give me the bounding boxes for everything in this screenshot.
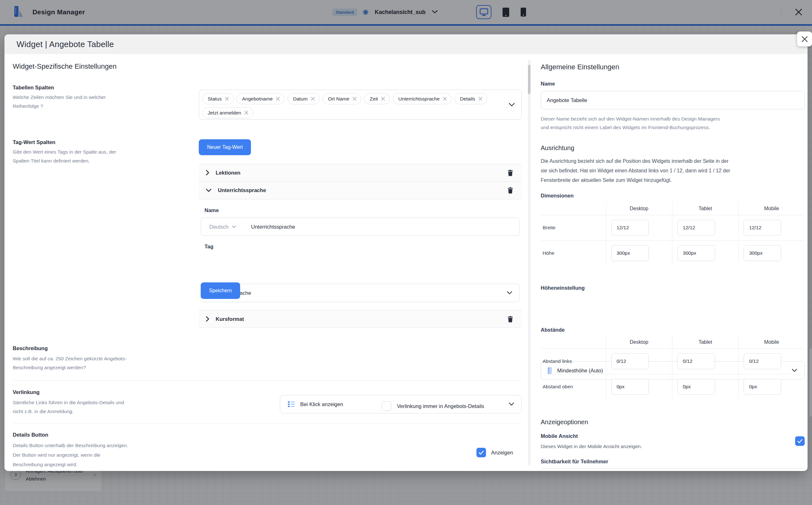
chevron-right-icon — [206, 170, 209, 176]
right-section-heading: Allgemeine Einstellungen — [541, 63, 619, 71]
verlinkung-description: Sämtliche Links führen in die Angebots-D… — [13, 398, 124, 416]
accordion-item-unterrichtssprache[interactable]: Unterrichtssprache — [199, 182, 522, 199]
modal-close-button[interactable] — [797, 31, 812, 46]
accordion-item-lektionen[interactable]: Lektionen — [199, 164, 522, 182]
neuer-tag-wert-button[interactable]: Neuer Tag-Wert — [199, 139, 251, 155]
abstaende-label: Abstände — [541, 327, 564, 333]
row-label-abstand-oben: Abstand oben — [541, 374, 606, 399]
remove-icon[interactable] — [352, 97, 356, 101]
chip-details[interactable]: Details — [455, 93, 487, 104]
left-section-heading: Widget-Spezifische Einstellungen — [13, 62, 117, 70]
details-button-description: Details Button unterhalb der Beschreibun… — [13, 441, 128, 469]
verlinkung-checkbox[interactable] — [382, 401, 391, 411]
page-scrollbar-thumb[interactable] — [809, 348, 812, 416]
chip-zeit[interactable]: Zeit — [364, 93, 390, 104]
language-select[interactable]: Deutsch — [201, 224, 236, 230]
tag-column-name-input[interactable] — [246, 218, 519, 236]
mobile-ansicht-label: Mobile Ansicht — [541, 433, 578, 439]
breite-mobile-input[interactable] — [744, 220, 781, 236]
dimensionen-label: Dimensionen — [541, 193, 574, 199]
delete-kursformat-button[interactable] — [506, 315, 515, 324]
remove-icon[interactable] — [276, 97, 280, 101]
trash-icon — [507, 169, 513, 176]
widget-name-helper: Dieser Name bezieht sich auf den Widget-… — [541, 115, 720, 132]
tabellen-spalten-description: Welche Zeilen möchten Sie und in welcher… — [13, 93, 106, 111]
chip-ort-name[interactable]: Ort Name — [323, 93, 361, 104]
mobile-ansicht-checkbox[interactable] — [795, 436, 805, 446]
speichern-button[interactable]: Speichern — [201, 283, 240, 299]
details-button-label: Details Button — [13, 432, 48, 438]
remove-icon[interactable] — [311, 97, 315, 101]
column-header-tablet: Tablet — [672, 336, 738, 349]
divider — [13, 424, 522, 424]
breite-desktop-input[interactable] — [611, 220, 649, 236]
column-header-tablet: Tablet — [672, 202, 738, 215]
verlinkung-checkbox-label: Verlinkung immer in Angebots-Details — [397, 403, 484, 409]
abstand-links-mobile-input[interactable] — [744, 353, 781, 369]
beschreibung-label: Beschreibung — [13, 345, 48, 351]
chip-jetzt-anmelden[interactable]: Jetzt anmelden — [202, 107, 253, 118]
hoehe-desktop-input[interactable] — [611, 245, 649, 261]
remove-icon[interactable] — [381, 97, 385, 101]
check-icon — [797, 439, 802, 443]
modal-header: Widget | Angebote Tabelle — [4, 34, 808, 54]
hoehe-tablet-input[interactable] — [677, 245, 715, 261]
chevron-down-icon — [232, 225, 236, 228]
table-row: Abstand oben — [541, 374, 805, 399]
table-row: Breite — [541, 215, 805, 240]
modal-scrollbar-thumb[interactable] — [528, 65, 530, 94]
chevron-down-icon — [206, 189, 211, 192]
row-label-breite: Breite — [541, 215, 606, 240]
table-row: Abstand links — [541, 349, 805, 374]
delete-lektionen-button[interactable] — [506, 168, 515, 177]
chip-unterrichtssprache[interactable]: Unterrichtssprache — [393, 93, 452, 104]
tag-select[interactable]: Kurssprache — [201, 284, 520, 302]
remove-icon[interactable] — [443, 97, 447, 101]
hoehe-mobile-input[interactable] — [744, 245, 781, 261]
modal-scrollbar — [528, 60, 530, 465]
verlinkung-label: Verlinkung — [13, 389, 39, 395]
tag-wert-spalten-description: Gibt den Wert eines Tags in der Spalte a… — [13, 148, 116, 165]
hoeheneinstellung-label: Höheneinstellung — [541, 285, 585, 291]
sichtbarkeit-select[interactable] — [541, 468, 805, 471]
abstand-oben-mobile-input[interactable] — [744, 379, 781, 395]
accordion-item-kursformat[interactable]: Kursformat — [199, 310, 522, 328]
widget-name-input[interactable] — [541, 91, 805, 110]
anzeigeoptionen-heading: Anzeigeoptionen — [541, 418, 588, 426]
widget-settings-modal: Widget | Angebote Tabelle Widget-Spezifi… — [4, 34, 808, 471]
table-columns-multiselect[interactable]: Status Angebotname Datum Ort Name Zeit U… — [199, 90, 522, 120]
tag-wert-spalten-label: Tag-Wert Spalten — [13, 139, 55, 145]
dimensionen-table: Desktop Tablet Mobile Breite Höhe — [541, 202, 805, 266]
ausrichtung-heading: Ausrichtung — [541, 144, 575, 152]
abstand-links-desktop-input[interactable] — [611, 353, 649, 369]
divider — [13, 380, 522, 381]
abstand-links-tablet-input[interactable] — [677, 353, 715, 369]
delete-unterrichtssprache-button[interactable] — [506, 186, 515, 195]
modal-title: Widget | Angebote Tabelle — [17, 39, 114, 49]
tag-name-input-group: Deutsch — [201, 217, 520, 236]
trash-icon — [507, 316, 513, 322]
anzeigen-checkbox-label: Anzeigen — [491, 450, 513, 456]
column-header-mobile: Mobile — [739, 202, 805, 215]
abstand-oben-desktop-input[interactable] — [611, 379, 649, 395]
chip-status[interactable]: Status — [202, 93, 234, 104]
abstand-oben-tablet-input[interactable] — [677, 379, 715, 395]
row-label-hoehe: Höhe — [541, 240, 606, 266]
tag-wert-accordion-bottom: Kursformat — [199, 310, 522, 328]
column-header-desktop: Desktop — [606, 336, 672, 349]
anzeigen-checkbox[interactable] — [476, 448, 486, 457]
remove-icon[interactable] — [225, 97, 229, 101]
chevron-down-icon[interactable] — [509, 102, 515, 108]
chip-datum[interactable]: Datum — [288, 93, 320, 104]
chip-angebotname[interactable]: Angebotname — [236, 93, 285, 104]
modal-body: Widget-Spezifische Einstellungen Tabelle… — [4, 54, 808, 471]
trash-icon — [507, 187, 513, 194]
remove-icon[interactable] — [478, 97, 483, 101]
table-row: Höhe — [541, 240, 805, 266]
breite-tablet-input[interactable] — [677, 220, 715, 236]
row-label-abstand-links: Abstand links — [541, 349, 606, 374]
sichtbarkeit-label: Sichtbarkeit für Teilnehmer — [541, 459, 608, 465]
remove-icon[interactable] — [244, 111, 249, 115]
widget-name-label: Name — [541, 81, 555, 87]
tag-label: Tag — [204, 243, 213, 249]
